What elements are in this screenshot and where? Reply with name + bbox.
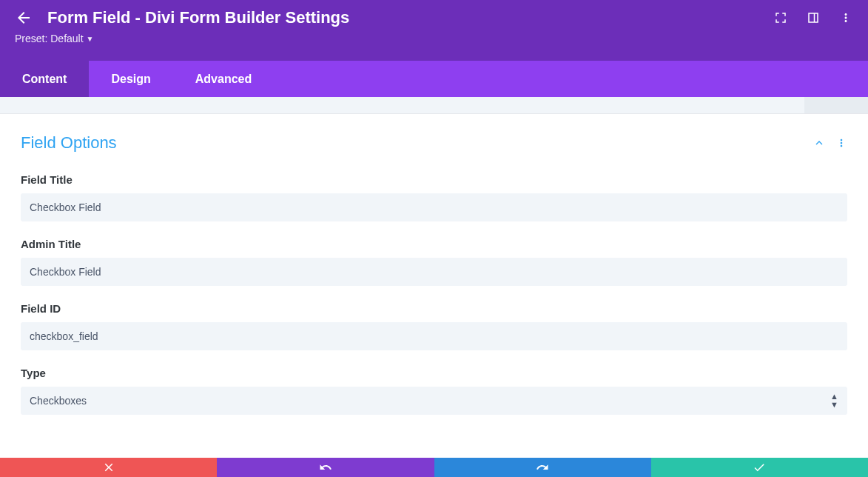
cancel-button[interactable] — [0, 458, 217, 477]
expand-icon[interactable] — [773, 10, 788, 25]
section-title: Field Options — [21, 133, 117, 153]
header-top: Form Field - Divi Form Builder Settings — [0, 0, 868, 30]
type-select-wrap: Checkboxes ▲▼ — [21, 387, 847, 415]
admin-title-label: Admin Title — [21, 238, 847, 250]
field-options-section: Field Options Field Title Admin Title Fi… — [0, 114, 868, 415]
type-label: Type — [21, 367, 847, 379]
field-title-label: Field Title — [21, 173, 847, 186]
footer-actions — [0, 458, 868, 477]
admin-title-input[interactable] — [21, 258, 847, 286]
search-filter-bar — [0, 97, 868, 114]
undo-button[interactable] — [217, 458, 434, 477]
modal-title: Form Field - Divi Form Builder Settings — [47, 8, 773, 27]
modal-header: Form Field - Divi Form Builder Settings … — [0, 0, 868, 61]
caret-down-icon: ▼ — [87, 35, 94, 43]
more-icon[interactable] — [838, 10, 853, 25]
preset-label: Preset: Default — [15, 33, 84, 44]
tab-design[interactable]: Design — [89, 61, 172, 97]
back-icon[interactable] — [15, 9, 33, 27]
field-id-label: Field ID — [21, 302, 847, 315]
section-actions — [813, 137, 847, 149]
field-title-group: Field Title — [21, 173, 847, 221]
section-more-icon[interactable] — [835, 137, 847, 149]
type-group: Type Checkboxes ▲▼ — [21, 367, 847, 415]
field-title-input[interactable] — [21, 193, 847, 221]
content-area: Field Options Field Title Admin Title Fi… — [0, 114, 868, 458]
field-id-input[interactable] — [21, 322, 847, 350]
collapse-icon[interactable] — [813, 137, 825, 149]
section-header: Field Options — [21, 133, 847, 153]
tabs: Content Design Advanced — [0, 61, 868, 97]
snap-icon[interactable] — [806, 10, 821, 25]
header-actions — [773, 10, 853, 25]
tab-advanced[interactable]: Advanced — [173, 61, 274, 97]
field-id-group: Field ID — [21, 302, 847, 350]
filter-button-partial[interactable] — [804, 97, 868, 113]
tab-content[interactable]: Content — [0, 61, 89, 97]
preset-dropdown[interactable]: Preset: Default ▼ — [0, 30, 868, 47]
redo-button[interactable] — [434, 458, 651, 477]
type-select[interactable]: Checkboxes — [21, 387, 847, 415]
admin-title-group: Admin Title — [21, 238, 847, 286]
save-button[interactable] — [651, 458, 868, 477]
